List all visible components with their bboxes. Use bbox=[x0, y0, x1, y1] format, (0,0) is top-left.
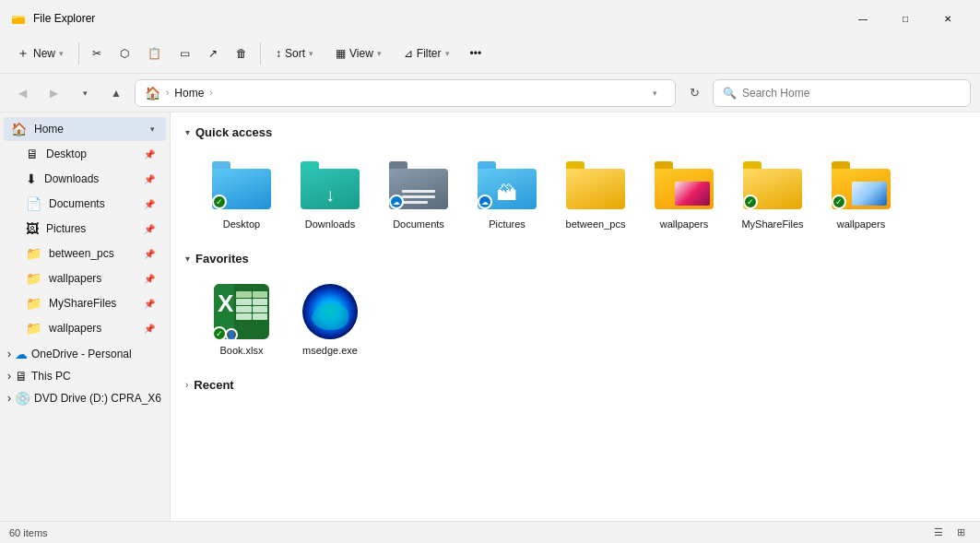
sidebar: 🏠 Home ▾ 🖥 Desktop 📌 ⬇ Downloads 📌 📄 Doc… bbox=[0, 112, 171, 521]
address-box[interactable]: 🏠 › Home › ▾ bbox=[135, 79, 676, 107]
app-icon bbox=[11, 11, 26, 26]
back-button[interactable]: ◀ bbox=[9, 80, 35, 106]
cut-icon: ✂ bbox=[92, 47, 101, 60]
sort-icon: ↕ bbox=[276, 47, 281, 60]
pictures-folder-item[interactable]: 🏔 ☁ Pictures bbox=[466, 148, 549, 237]
thispc-label: This PC bbox=[31, 370, 71, 383]
search-icon: 🔍 bbox=[723, 87, 737, 100]
between-pcs-folder-item[interactable]: between_pcs bbox=[554, 148, 637, 237]
desktop-pin-icon: 📌 bbox=[144, 149, 155, 159]
paste-button[interactable]: 📋 bbox=[140, 42, 169, 65]
rename-button[interactable]: ▭ bbox=[172, 42, 197, 65]
window-controls: — □ ✕ bbox=[842, 6, 969, 31]
list-view-button[interactable]: ☰ bbox=[928, 525, 949, 541]
wallpapers-folder-item[interactable]: wallpapers bbox=[643, 148, 726, 237]
sidebar-pictures-label: Pictures bbox=[46, 222, 136, 235]
svg-rect-1 bbox=[12, 18, 25, 24]
desktop-sync-badge: ✓ bbox=[212, 195, 227, 209]
sidebar-item-documents[interactable]: 📄 Documents 📌 bbox=[4, 192, 166, 216]
desktop-folder-item[interactable]: ✓ Desktop bbox=[200, 148, 283, 237]
view-button[interactable]: ▦ View ▾ bbox=[326, 42, 391, 65]
downloads-pin-icon: 📌 bbox=[144, 174, 155, 184]
onedrive-label: OneDrive - Personal bbox=[31, 348, 132, 360]
recent-header: › Recent bbox=[185, 378, 965, 392]
sidebar-item-desktop[interactable]: 🖥 Desktop 📌 bbox=[4, 142, 166, 166]
sidebar-group-thispc[interactable]: › 🖥 This PC bbox=[0, 363, 170, 385]
mysharefiles-pin-icon: 📌 bbox=[144, 299, 155, 309]
between-pcs-folder-label: between_pcs bbox=[566, 218, 626, 230]
search-box[interactable]: 🔍 bbox=[713, 79, 971, 107]
favorites-chevron-icon[interactable]: ▾ bbox=[185, 254, 190, 264]
sidebar-group-onedrive[interactable]: › ☁ OneDrive - Personal bbox=[0, 341, 170, 363]
msedge-icon-wrap bbox=[297, 282, 363, 341]
downloads-sidebar-icon: ⬇ bbox=[26, 171, 37, 186]
toolbar: ＋ New ▾ ✂ ⬡ 📋 ▭ ↗ 🗑 ↕ Sort ▾ ▦ View ▾ ⊿ … bbox=[0, 33, 980, 74]
between-pcs-folder-icon-wrap bbox=[562, 156, 629, 215]
sidebar-wallpapers2-label: wallpapers bbox=[49, 322, 136, 335]
cut-button[interactable]: ✂ bbox=[85, 42, 109, 65]
desktop-sidebar-icon: 🖥 bbox=[26, 147, 39, 161]
sidebar-item-home[interactable]: 🏠 Home ▾ bbox=[4, 117, 166, 141]
bookxlsx-user-badge: 👤 bbox=[225, 328, 238, 341]
share-button[interactable]: ↗ bbox=[201, 42, 225, 65]
delete-icon: 🗑 bbox=[236, 47, 247, 60]
status-bar: 60 items ☰ ⊞ bbox=[0, 521, 980, 543]
quick-access-chevron-icon[interactable]: ▾ bbox=[185, 127, 190, 137]
forward-button[interactable]: ▶ bbox=[41, 80, 66, 106]
minimize-button[interactable]: — bbox=[842, 6, 884, 31]
recent-locations-button[interactable]: ▾ bbox=[72, 80, 98, 106]
main-layout: 🏠 Home ▾ 🖥 Desktop 📌 ⬇ Downloads 📌 📄 Doc… bbox=[0, 112, 980, 521]
sidebar-item-pictures[interactable]: 🖼 Pictures 📌 bbox=[4, 217, 166, 241]
msedge-item[interactable]: msedge.exe bbox=[289, 275, 372, 363]
refresh-button[interactable]: ↻ bbox=[681, 80, 707, 106]
sidebar-item-mysharefiles[interactable]: 📁 MyShareFiles 📌 bbox=[4, 291, 166, 315]
sidebar-item-wallpapers[interactable]: 📁 wallpapers 📌 bbox=[4, 266, 166, 290]
maximize-button[interactable]: □ bbox=[884, 6, 927, 31]
wallpapers-pin-icon: 📌 bbox=[144, 274, 155, 284]
toolbar-separator-1 bbox=[78, 42, 79, 65]
content-area: ▾ Quick access ✓ Desktop bbox=[171, 112, 980, 521]
recent-chevron-icon[interactable]: › bbox=[185, 380, 188, 390]
delete-button[interactable]: 🗑 bbox=[229, 42, 254, 65]
pictures-pin-icon: 📌 bbox=[144, 224, 155, 234]
filter-icon: ⊿ bbox=[404, 47, 413, 60]
bookxlsx-item[interactable]: X bbox=[200, 275, 283, 363]
downloads-folder-item[interactable]: ↓ Downloads bbox=[289, 148, 372, 237]
download-arrow-icon: ↓ bbox=[325, 185, 335, 204]
filter-button[interactable]: ⊿ Filter ▾ bbox=[395, 42, 459, 65]
documents-folder-icon-wrap: ☁ bbox=[385, 156, 452, 215]
search-input[interactable] bbox=[742, 87, 961, 100]
share-icon: ↗ bbox=[208, 47, 218, 60]
pictures-folder-icon-wrap: 🏔 ☁ bbox=[474, 156, 540, 215]
sidebar-item-downloads[interactable]: ⬇ Downloads 📌 bbox=[4, 167, 166, 191]
toolbar-separator-2 bbox=[260, 42, 261, 65]
sidebar-item-wallpapers2[interactable]: 📁 wallpapers 📌 bbox=[4, 316, 166, 340]
sort-button[interactable]: ↕ Sort ▾ bbox=[266, 42, 323, 65]
rename-icon: ▭ bbox=[180, 47, 190, 60]
mysharefiles-folder-item[interactable]: ✓ MyShareFiles bbox=[731, 148, 814, 237]
address-dropdown-button[interactable]: ▾ bbox=[643, 82, 666, 104]
up-button[interactable]: ▲ bbox=[103, 80, 129, 106]
documents-folder-item[interactable]: ☁ Documents bbox=[377, 148, 460, 237]
sidebar-item-between-pcs[interactable]: 📁 between_pcs 📌 bbox=[4, 242, 166, 266]
copy-icon: ⬡ bbox=[120, 47, 129, 60]
new-button[interactable]: ＋ New ▾ bbox=[7, 41, 73, 66]
wallpapers2-folder-item[interactable]: ✓ wallpapers bbox=[820, 148, 903, 237]
quick-access-grid: ✓ Desktop ↓ Downloads bbox=[185, 148, 965, 237]
sidebar-downloads-label: Downloads bbox=[44, 172, 136, 185]
more-button[interactable]: ••• bbox=[463, 42, 490, 65]
grid-view-button[interactable]: ⊞ bbox=[950, 525, 971, 541]
sidebar-group-dvd[interactable]: › 💿 DVD Drive (D:) CPRA_X6 bbox=[0, 385, 170, 407]
recent-title: Recent bbox=[194, 378, 233, 392]
favorites-grid: X bbox=[185, 275, 965, 363]
dvd-chevron-icon: › bbox=[7, 392, 11, 405]
copy-button[interactable]: ⬡ bbox=[112, 42, 136, 65]
desktop-folder-icon-wrap: ✓ bbox=[208, 156, 275, 215]
downloads-folder-icon-wrap: ↓ bbox=[297, 156, 363, 215]
view-icon: ▦ bbox=[336, 47, 346, 60]
pictures-cloud-badge: ☁ bbox=[478, 195, 492, 209]
wallpapers2-folder-icon-wrap: ✓ bbox=[828, 156, 894, 215]
filter-chevron-icon: ▾ bbox=[445, 49, 450, 58]
favorites-header: ▾ Favorites bbox=[185, 252, 965, 266]
close-button[interactable]: ✕ bbox=[927, 6, 969, 31]
